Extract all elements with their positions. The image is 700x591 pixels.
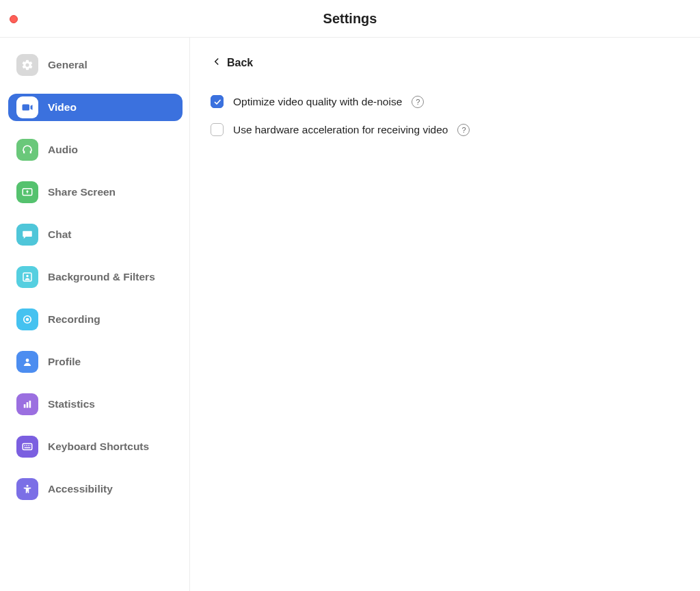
sidebar-item-label: Background & Filters	[48, 271, 155, 283]
sidebar-item-statistics[interactable]: Statistics	[8, 391, 183, 418]
back-button[interactable]: Back	[212, 57, 679, 69]
sidebar-item-label: Share Screen	[48, 186, 116, 198]
share-screen-icon	[16, 181, 38, 203]
sidebar-item-general[interactable]: General	[8, 51, 183, 79]
headphones-icon	[16, 139, 38, 161]
sidebar-item-profile[interactable]: Profile	[8, 348, 183, 376]
sidebar-item-label: Statistics	[48, 398, 95, 410]
svg-rect-14	[25, 447, 31, 449]
window-title: Settings	[323, 11, 377, 27]
sidebar-item-label: Profile	[48, 356, 81, 368]
video-camera-icon	[16, 96, 38, 118]
sidebar-item-label: General	[48, 59, 88, 71]
sidebar-item-label: Recording	[48, 313, 100, 326]
svg-rect-11	[26, 445, 27, 447]
svg-rect-9	[23, 444, 32, 450]
svg-point-2	[26, 275, 28, 277]
sidebar-item-recording[interactable]: Recording	[8, 306, 183, 333]
sidebar-item-label: Audio	[48, 144, 78, 156]
sidebar-item-label: Chat	[48, 228, 71, 241]
record-icon	[16, 308, 38, 330]
sidebar-item-share-screen[interactable]: Share Screen	[8, 179, 183, 206]
bar-chart-icon	[16, 393, 38, 415]
accessibility-icon	[16, 478, 38, 500]
checkbox-hardware-acceleration[interactable]	[211, 123, 224, 136]
svg-point-15	[27, 485, 29, 487]
sidebar-item-chat[interactable]: Chat	[8, 221, 183, 248]
back-label: Back	[227, 57, 253, 69]
sidebar-item-accessibility[interactable]: Accessibility	[8, 475, 183, 503]
svg-rect-7	[27, 402, 29, 408]
sidebar-item-label: Video	[48, 101, 77, 114]
svg-point-5	[26, 358, 29, 362]
person-frame-icon	[16, 266, 38, 288]
gear-icon	[16, 54, 38, 76]
help-icon[interactable]: ?	[457, 124, 470, 136]
help-icon[interactable]: ?	[412, 96, 424, 108]
checkbox-optimize-denoise[interactable]	[211, 95, 224, 108]
sidebar-item-video[interactable]: Video	[8, 94, 183, 121]
svg-rect-6	[24, 404, 26, 408]
sidebar-item-label: Keyboard Shortcuts	[48, 441, 149, 453]
person-icon	[16, 351, 38, 373]
option-optimize-denoise: Optimize video quality with de-noise ?	[211, 95, 679, 108]
option-label: Use hardware acceleration for receiving …	[233, 124, 448, 136]
svg-point-4	[26, 318, 29, 321]
keyboard-icon	[16, 436, 38, 458]
svg-rect-12	[28, 445, 29, 447]
titlebar: Settings	[0, 0, 700, 38]
sidebar-item-keyboard-shortcuts[interactable]: Keyboard Shortcuts	[8, 433, 183, 460]
settings-sidebar: General Video Audio Share Screen	[0, 38, 190, 591]
svg-rect-8	[29, 401, 31, 408]
sidebar-item-label: Accessibility	[48, 483, 113, 495]
chevron-left-icon	[212, 57, 221, 69]
chat-bubble-icon	[16, 224, 38, 246]
window-close-button[interactable]	[10, 15, 18, 23]
option-label: Optimize video quality with de-noise	[233, 96, 402, 108]
sidebar-item-audio[interactable]: Audio	[8, 136, 183, 163]
svg-rect-13	[29, 445, 30, 447]
svg-rect-10	[25, 445, 26, 447]
sidebar-item-background-filters[interactable]: Background & Filters	[8, 263, 183, 291]
settings-content: Back Optimize video quality with de-nois…	[190, 38, 700, 591]
option-hardware-acceleration: Use hardware acceleration for receiving …	[211, 123, 679, 136]
